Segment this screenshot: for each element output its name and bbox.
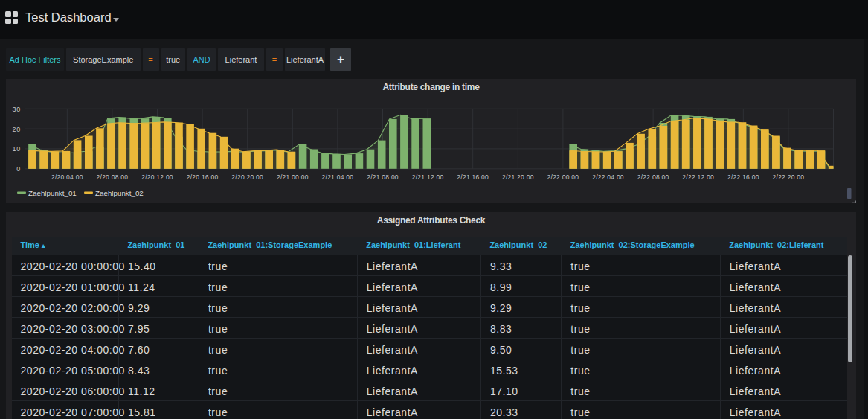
svg-text:2/20 04:00: 2/20 04:00 bbox=[51, 173, 83, 181]
svg-text:10: 10 bbox=[13, 145, 21, 153]
svg-text:2/20 12:00: 2/20 12:00 bbox=[141, 173, 173, 181]
svg-text:2/21 00:00: 2/21 00:00 bbox=[277, 173, 309, 181]
svg-text:2/21 16:00: 2/21 16:00 bbox=[457, 173, 489, 181]
svg-text:2/20 20:00: 2/20 20:00 bbox=[231, 173, 263, 181]
svg-text:2/21 12:00: 2/21 12:00 bbox=[412, 173, 444, 181]
svg-text:0: 0 bbox=[16, 165, 21, 173]
svg-text:2/22 04:00: 2/22 04:00 bbox=[592, 173, 624, 181]
svg-text:2/20 08:00: 2/20 08:00 bbox=[97, 173, 129, 181]
svg-text:2/21 20:00: 2/21 20:00 bbox=[502, 173, 534, 181]
svg-text:2/22 00:00: 2/22 00:00 bbox=[547, 173, 579, 181]
svg-text:20: 20 bbox=[13, 126, 21, 133]
svg-text:2/20 16:00: 2/20 16:00 bbox=[187, 173, 219, 181]
svg-text:2/22 16:00: 2/22 16:00 bbox=[727, 173, 759, 181]
svg-text:2/21 08:00: 2/21 08:00 bbox=[367, 173, 399, 181]
svg-text:2/22 20:00: 2/22 20:00 bbox=[773, 173, 805, 181]
svg-text:2/22 08:00: 2/22 08:00 bbox=[637, 173, 669, 181]
svg-text:Zaehlpunkt_02: Zaehlpunkt_02 bbox=[95, 189, 144, 197]
svg-text:Zaehlpunkt_01: Zaehlpunkt_01 bbox=[28, 189, 77, 197]
svg-text:2/21 04:00: 2/21 04:00 bbox=[322, 173, 354, 181]
svg-text:2/22 12:00: 2/22 12:00 bbox=[682, 173, 714, 181]
svg-text:30: 30 bbox=[13, 106, 21, 113]
